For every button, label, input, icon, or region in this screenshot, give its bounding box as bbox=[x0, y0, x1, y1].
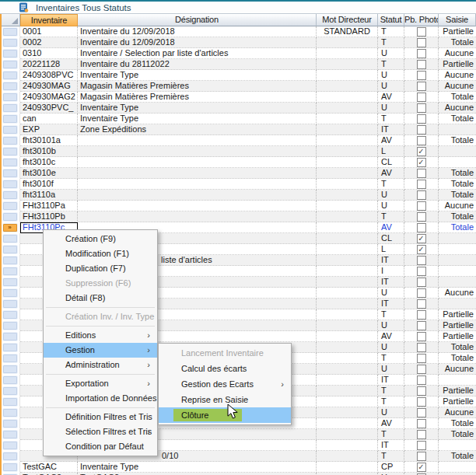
row-selector-cell[interactable] bbox=[0, 81, 20, 92]
cell-pb-photo[interactable]: ✓ bbox=[404, 146, 439, 157]
row-selector-cell[interactable] bbox=[0, 277, 20, 288]
cell-mot-directeur[interactable] bbox=[317, 233, 378, 244]
cell-inventaire[interactable]: 0002 bbox=[20, 37, 78, 48]
cell-pb-photo[interactable] bbox=[404, 418, 439, 429]
cell-pb-photo[interactable] bbox=[404, 331, 439, 342]
cell-saisie[interactable] bbox=[439, 375, 476, 386]
cell-statut[interactable]: CP bbox=[378, 462, 404, 473]
pb-photo-checkbox[interactable] bbox=[417, 38, 426, 47]
cell-inventaire[interactable]: 240930MAG2 bbox=[20, 92, 78, 103]
cell-saisie[interactable] bbox=[439, 233, 476, 244]
cell-statut[interactable]: U bbox=[378, 288, 404, 299]
cell-saisie[interactable] bbox=[439, 255, 476, 266]
cell-designation[interactable] bbox=[78, 168, 317, 179]
cell-pb-photo[interactable] bbox=[404, 309, 439, 320]
row-selector[interactable] bbox=[2, 267, 18, 276]
cell-saisie[interactable]: Partielle bbox=[439, 396, 476, 407]
table-row[interactable]: 0002Inventaire du 12/09/2018TTotale bbox=[0, 37, 476, 48]
pb-photo-checkbox[interactable] bbox=[417, 103, 426, 113]
row-selector-cell[interactable] bbox=[0, 201, 20, 211]
pb-photo-checkbox[interactable] bbox=[417, 278, 426, 287]
row-selector-cell[interactable] bbox=[0, 37, 20, 48]
cell-pb-photo[interactable]: ✓ bbox=[404, 244, 439, 255]
cell-pb-photo[interactable] bbox=[404, 211, 439, 222]
column-header-mot-directeur[interactable]: Mot Directeur bbox=[317, 14, 378, 26]
cell-mot-directeur[interactable] bbox=[317, 277, 378, 288]
cell-pb-photo[interactable] bbox=[404, 114, 439, 124]
cell-mot-directeur[interactable] bbox=[317, 157, 378, 168]
cell-saisie[interactable] bbox=[439, 266, 476, 277]
pb-photo-checkbox[interactable] bbox=[417, 212, 426, 222]
cell-mot-directeur[interactable] bbox=[317, 462, 378, 473]
cell-saisie[interactable]: Totale bbox=[439, 179, 476, 190]
cell-mot-directeur[interactable] bbox=[317, 222, 378, 233]
cell-mot-directeur[interactable] bbox=[317, 244, 378, 255]
pb-photo-checkbox[interactable] bbox=[417, 452, 426, 461]
cell-mot-directeur[interactable] bbox=[317, 288, 378, 299]
cell-mot-directeur[interactable] bbox=[317, 407, 378, 418]
cell-designation[interactable]: Inventaire du 12/09/2018 bbox=[78, 37, 317, 48]
cell-pb-photo[interactable] bbox=[404, 48, 439, 59]
cell-inventaire[interactable]: 0001 bbox=[20, 26, 78, 37]
cell-statut[interactable]: T bbox=[378, 429, 404, 440]
cell-statut[interactable]: AV bbox=[378, 222, 404, 233]
cell-saisie[interactable]: Aucune bbox=[439, 201, 476, 211]
cell-inventaire[interactable]: fht3010e bbox=[20, 168, 78, 179]
cell-mot-directeur[interactable] bbox=[317, 81, 378, 92]
pb-photo-checkbox[interactable] bbox=[417, 299, 426, 309]
cell-pb-photo[interactable] bbox=[404, 92, 439, 103]
row-selector-cell[interactable] bbox=[0, 462, 20, 473]
cell-pb-photo[interactable] bbox=[404, 201, 439, 211]
row-selector-cell[interactable] bbox=[0, 26, 20, 37]
pb-photo-checkbox[interactable] bbox=[417, 180, 426, 189]
cell-mot-directeur[interactable] bbox=[317, 114, 378, 124]
cell-mot-directeur[interactable] bbox=[317, 135, 378, 146]
cell-statut[interactable]: U bbox=[378, 364, 404, 375]
cell-designation[interactable]: Inventaire / Selection par liste d'artic… bbox=[78, 48, 317, 59]
cell-statut[interactable]: L bbox=[378, 146, 404, 157]
cell-saisie[interactable] bbox=[439, 299, 476, 309]
cell-statut[interactable]: T bbox=[378, 179, 404, 190]
cell-inventaire[interactable]: can bbox=[20, 114, 78, 124]
cell-mot-directeur[interactable] bbox=[317, 168, 378, 179]
cell-statut[interactable]: AV bbox=[378, 92, 404, 103]
cell-statut[interactable]: T bbox=[378, 211, 404, 222]
cell-mot-directeur[interactable] bbox=[317, 179, 378, 190]
table-row[interactable]: fht3010bL✓ bbox=[0, 146, 476, 157]
cell-statut[interactable]: AV bbox=[378, 168, 404, 179]
cell-saisie[interactable] bbox=[439, 244, 476, 255]
cell-inventaire[interactable]: fht3010f bbox=[20, 179, 78, 190]
table-row[interactable]: 0001Inventaire du 12/09/2018STANDARDTPar… bbox=[0, 26, 476, 37]
cell-saisie[interactable]: Partielle bbox=[439, 59, 476, 70]
pb-photo-checkbox[interactable] bbox=[417, 310, 426, 320]
row-selector-cell[interactable] bbox=[0, 288, 20, 299]
cell-saisie[interactable]: Aucune bbox=[439, 407, 476, 418]
cell-designation[interactable] bbox=[78, 157, 317, 168]
cell-pb-photo[interactable] bbox=[404, 255, 439, 266]
cell-inventaire[interactable]: 2409308PVC bbox=[20, 70, 78, 81]
row-selector-cell[interactable] bbox=[0, 70, 20, 81]
cell-statut[interactable]: U bbox=[378, 48, 404, 59]
cell-saisie[interactable]: Totale bbox=[439, 211, 476, 222]
row-selector[interactable] bbox=[2, 332, 18, 341]
row-selector-cell[interactable] bbox=[0, 146, 20, 157]
cell-inventaire[interactable]: fht3110a bbox=[20, 190, 78, 201]
cell-statut[interactable]: IT bbox=[378, 375, 404, 386]
cell-pb-photo[interactable] bbox=[404, 429, 439, 440]
row-selector[interactable] bbox=[2, 169, 18, 178]
cell-mot-directeur[interactable] bbox=[317, 396, 378, 407]
cell-saisie[interactable] bbox=[439, 157, 476, 168]
cell-inventaire[interactable]: 240930MAG bbox=[20, 81, 78, 92]
pb-photo-checkbox[interactable] bbox=[417, 93, 426, 102]
cell-inventaire[interactable]: fht30101a bbox=[20, 135, 78, 146]
row-selector[interactable] bbox=[2, 201, 18, 211]
cell-mot-directeur[interactable] bbox=[317, 59, 378, 70]
table-row[interactable]: 240930MAGMagasin Matières PremièresUAucu… bbox=[0, 81, 476, 92]
cell-designation[interactable]: Magasin Matières Premières bbox=[78, 81, 317, 92]
cell-statut[interactable]: T bbox=[378, 386, 404, 396]
cell-saisie[interactable]: Totale bbox=[439, 429, 476, 440]
cell-inventaire[interactable]: fht3010c bbox=[20, 157, 78, 168]
pb-photo-checkbox[interactable]: ✓ bbox=[417, 463, 426, 472]
cell-statut[interactable]: T bbox=[378, 309, 404, 320]
cell-designation[interactable] bbox=[78, 211, 317, 222]
